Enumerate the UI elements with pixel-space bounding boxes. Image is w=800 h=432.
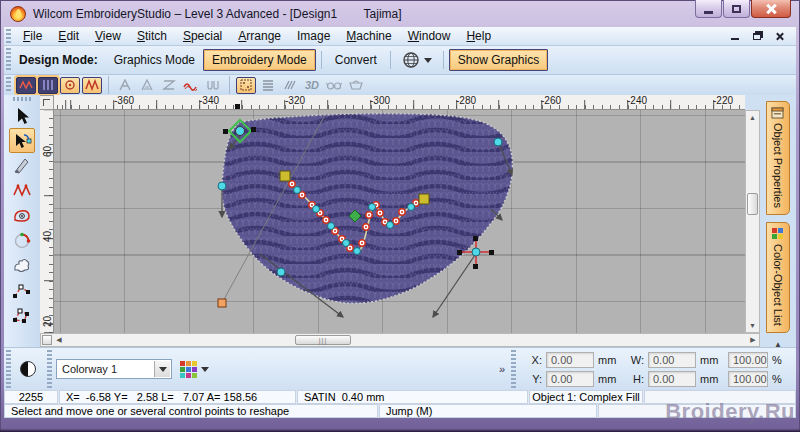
- status-hint: Select and move one or several control p…: [4, 404, 378, 418]
- menu-arrange[interactable]: Arrange: [230, 28, 289, 44]
- selected-object-info: Object 1: Complex Fill: [529, 390, 643, 404]
- menu-machine[interactable]: Machine: [338, 28, 399, 44]
- ruler-origin-button[interactable]: [40, 95, 54, 110]
- docked-panel-tabs: Object Properties Color-Object List ▲ ▼: [760, 95, 796, 347]
- run-stitch-icon[interactable]: [16, 77, 36, 94]
- close-icon: [766, 4, 776, 14]
- arc-tool-icon[interactable]: [9, 228, 35, 253]
- scale-y-field[interactable]: 100.00: [728, 371, 768, 387]
- menu-file[interactable]: File: [15, 28, 50, 44]
- mdi-close-button[interactable]: [772, 30, 786, 42]
- embroidery-object[interactable]: [222, 114, 513, 304]
- h-field[interactable]: 0.00: [648, 371, 696, 387]
- menu-help[interactable]: Help: [458, 28, 499, 44]
- show-graphics-button[interactable]: Show Graphics: [449, 49, 548, 71]
- knife-tool-icon[interactable]: [9, 153, 35, 178]
- horizontal-scrollbar[interactable]: ◀ ||| ▶: [40, 333, 760, 347]
- mdi-minimize-button[interactable]: [728, 30, 742, 42]
- menu-view[interactable]: View: [87, 28, 129, 44]
- chevron-down-icon: [159, 367, 167, 372]
- colorway-select[interactable]: Colorway 1: [56, 359, 172, 379]
- x-field[interactable]: 0.00: [546, 352, 594, 368]
- mdi-minimize-icon: [731, 38, 739, 40]
- select-tool-icon[interactable]: [9, 103, 35, 128]
- toolbar-grip[interactable]: [6, 350, 11, 388]
- pattern-fill-icon[interactable]: [236, 77, 256, 94]
- hoop-globe-button[interactable]: [396, 49, 438, 71]
- hoop-view-icon: [346, 77, 366, 94]
- stitch-edit-tool-icon[interactable]: [9, 178, 35, 203]
- toolbar-grip[interactable]: [47, 350, 52, 388]
- scroll-up-arrow-icon[interactable]: ▲: [746, 111, 759, 124]
- menu-edit[interactable]: Edit: [50, 28, 87, 44]
- scale-y-pct: %: [772, 373, 786, 385]
- start-point-marker[interactable]: [218, 299, 226, 307]
- hscroll-track[interactable]: |||: [65, 334, 747, 346]
- stitch-toolbar: 3D: [4, 75, 796, 95]
- hscroll-thumb[interactable]: |||: [295, 335, 351, 345]
- thread-colors-button[interactable]: [180, 361, 209, 378]
- digitize-open-tool-icon[interactable]: [9, 278, 35, 303]
- graphics-mode-button[interactable]: Graphics Mode: [106, 50, 203, 70]
- design-canvas[interactable]: [54, 110, 745, 333]
- zigzag-stitch-icon[interactable]: [82, 77, 102, 94]
- toolbar-grip[interactable]: [6, 48, 11, 72]
- motif-fill-icon[interactable]: [60, 77, 80, 94]
- color-object-list-icon: [771, 227, 785, 240]
- design-mode-toolbar: Design Mode: Graphics Mode Embroidery Mo…: [4, 46, 796, 75]
- tab-color-object-list[interactable]: Color-Object List: [766, 222, 790, 333]
- pointer-coordinates: X= -6.58 Y= 2.58 L= 7.07 A= 158.56: [59, 390, 296, 404]
- ruler-position-marker: [235, 104, 240, 109]
- close-button[interactable]: [751, 0, 791, 18]
- toolbar-grip[interactable]: [511, 350, 516, 388]
- hruler-label: -340: [199, 95, 219, 106]
- tab-object-properties[interactable]: Object Properties: [766, 101, 790, 215]
- w-field[interactable]: 0.00: [648, 352, 696, 368]
- toolbar-grip[interactable]: [6, 77, 11, 93]
- toolbar-grip[interactable]: [13, 97, 31, 101]
- workspace: -360 -340 -320 -300 -280 -260 -240 -220 …: [4, 95, 796, 347]
- application-window: Wilcom EmbroideryStudio – Level 3 Advanc…: [0, 0, 800, 432]
- menu-window[interactable]: Window: [400, 28, 459, 44]
- toolbar-grip[interactable]: [6, 29, 11, 43]
- mdi-close-icon: [775, 32, 784, 41]
- menu-special[interactable]: Special: [175, 28, 230, 44]
- reshape-tool-icon[interactable]: [9, 128, 35, 153]
- digitize-closed-tool-icon[interactable]: [9, 303, 35, 328]
- stitch-count: 2255: [4, 390, 58, 404]
- globe-dropdown-caret-icon[interactable]: [424, 58, 432, 63]
- convert-button[interactable]: Convert: [327, 50, 385, 70]
- wave-stitch-icon[interactable]: [181, 77, 201, 94]
- toolbar-overflow-chevron[interactable]: »: [495, 363, 509, 375]
- embroidery-mode-button[interactable]: Embroidery Mode: [203, 49, 316, 71]
- mdi-restore-button[interactable]: [750, 30, 764, 42]
- glasses-preview-icon: [324, 77, 344, 94]
- y-field[interactable]: 0.00: [546, 371, 594, 387]
- menu-image[interactable]: Image: [289, 28, 338, 44]
- maximize-button[interactable]: [723, 0, 750, 18]
- scroll-down-arrow-icon[interactable]: ▼: [746, 319, 759, 332]
- w-label: W:: [626, 354, 644, 366]
- angle-handle[interactable]: [419, 194, 429, 204]
- menu-stitch[interactable]: Stitch: [129, 28, 175, 44]
- outline-design-tool-icon[interactable]: [9, 203, 35, 228]
- title-bar[interactable]: Wilcom EmbroideryStudio – Level 3 Advanc…: [0, 0, 800, 27]
- thread-palette-icon: [180, 361, 197, 378]
- vscroll-thumb[interactable]: [747, 193, 758, 215]
- scale-x-field[interactable]: 100.00: [728, 352, 768, 368]
- freehand-tool-icon[interactable]: [9, 253, 35, 278]
- minimize-button[interactable]: [695, 0, 722, 18]
- angle-handle[interactable]: [280, 171, 290, 181]
- splitter-button[interactable]: [42, 335, 52, 345]
- vertical-scrollbar[interactable]: ▲ ▼: [745, 110, 760, 333]
- colorway-dropdown-button[interactable]: [154, 361, 170, 377]
- scroll-right-arrow-icon[interactable]: ▶: [747, 336, 759, 344]
- hruler-label: -280: [456, 95, 476, 106]
- mdi-restore-icon: [753, 33, 761, 40]
- tatami-fill-icon[interactable]: [38, 77, 58, 94]
- scroll-left-arrow-icon[interactable]: ◀: [53, 336, 65, 344]
- hruler-label: -300: [370, 95, 390, 106]
- vruler-label: 20: [42, 315, 53, 329]
- palette-dropdown-caret-icon[interactable]: [201, 367, 209, 372]
- background-color-button[interactable]: [15, 356, 41, 382]
